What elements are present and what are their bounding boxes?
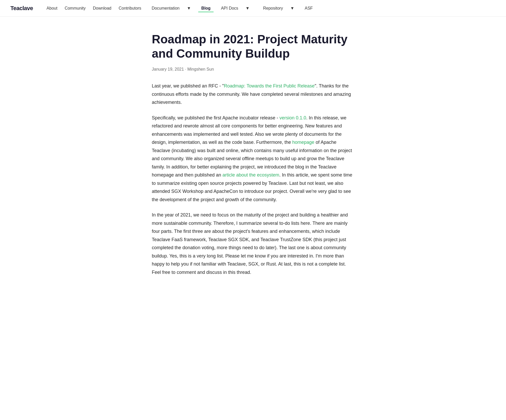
nav-item-download[interactable]: Download (90, 4, 114, 12)
nav-item-asf[interactable]: ASF (302, 4, 316, 12)
nav-link-about[interactable]: About (43, 4, 60, 12)
nav-item-documentation[interactable]: Documentation ▼ (145, 3, 197, 14)
p1-text-before: Last year, we published an RFC - " (152, 83, 224, 89)
nav-item-community[interactable]: Community (61, 4, 89, 12)
p2-link-homepage[interactable]: homepage (292, 140, 314, 145)
nav-link-repository[interactable]: Repository ▼ (257, 3, 300, 14)
brand-logo[interactable]: Teaclave (10, 5, 33, 12)
nav-link-documentation[interactable]: Documentation ▼ (145, 3, 197, 14)
nav-item-repository[interactable]: Repository ▼ (257, 3, 300, 14)
nav-link-contributors[interactable]: Contributors (115, 4, 144, 12)
nav-link-download[interactable]: Download (90, 4, 114, 12)
paragraph-2: Specifically, we published the first Apa… (152, 114, 354, 204)
nav-menu: About Community Download Contributors Do… (43, 3, 316, 14)
dropdown-arrow-documentation: ▼ (184, 4, 194, 12)
paragraph-3: In the year of 2021, we need to focus on… (152, 211, 354, 276)
nav-item-blog[interactable]: Blog (198, 4, 214, 12)
p1-link-roadmap[interactable]: Roadmap: Towards the First Public Releas… (224, 83, 315, 89)
dropdown-arrow-api-docs: ▼ (242, 4, 253, 12)
paragraph-1: Last year, we published an RFC - "Roadma… (152, 82, 354, 107)
nav-link-asf[interactable]: ASF (302, 4, 316, 12)
main-content: Roadmap in 2021: Project Maturity and Co… (141, 17, 365, 304)
main-nav: Teaclave About Community Download Contri… (0, 0, 506, 17)
post-title: Roadmap in 2021: Project Maturity and Co… (152, 32, 354, 61)
post-body: Last year, we published an RFC - "Roadma… (152, 82, 354, 276)
nav-link-api-docs[interactable]: API Docs ▼ (215, 3, 256, 14)
nav-link-community[interactable]: Community (61, 4, 89, 12)
nav-item-contributors[interactable]: Contributors (115, 4, 144, 12)
p2-link-version[interactable]: version 0.1.0 (279, 115, 306, 120)
nav-link-blog[interactable]: Blog (198, 4, 214, 12)
nav-item-about[interactable]: About (43, 4, 60, 12)
dropdown-arrow-repository: ▼ (287, 4, 297, 12)
p2-text-after: of Apache Teaclave (incubating) was buil… (152, 140, 352, 178)
p2-text-before: Specifically, we published the first Apa… (152, 115, 279, 120)
post-meta: January 19, 2021 · Mingshen Sun (152, 67, 354, 72)
p3-text: In the year of 2021, we need to focus on… (152, 212, 348, 275)
nav-item-api-docs[interactable]: API Docs ▼ (215, 3, 256, 14)
p2-link-article[interactable]: article about the ecosystem (222, 172, 279, 178)
